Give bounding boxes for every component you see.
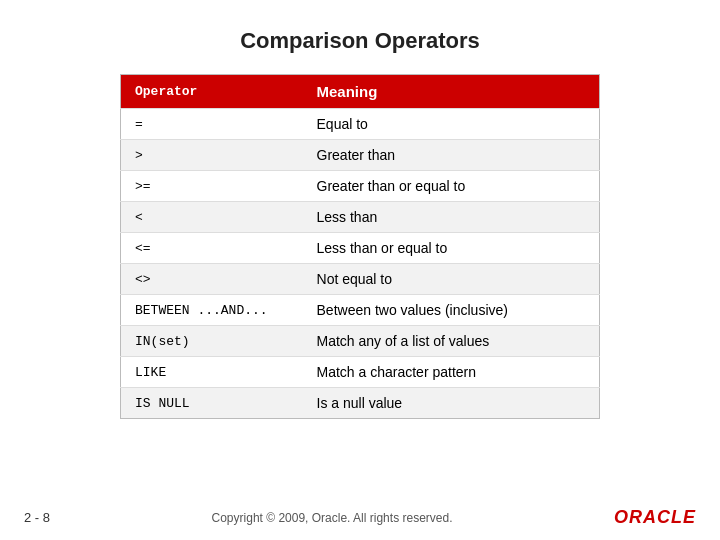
meaning-cell: Greater than — [303, 140, 600, 171]
meaning-cell: Not equal to — [303, 264, 600, 295]
oracle-logo-text: ORACLE — [614, 507, 696, 528]
oracle-logo: ORACLE — [614, 507, 696, 528]
page-number: 2 - 8 — [24, 510, 50, 525]
table-row: =Equal to — [121, 109, 600, 140]
table-row: BETWEEN ...AND...Between two values (inc… — [121, 295, 600, 326]
meaning-cell: Between two values (inclusive) — [303, 295, 600, 326]
table-row: LIKEMatch a character pattern — [121, 357, 600, 388]
operator-cell: LIKE — [121, 357, 303, 388]
meaning-cell: Less than — [303, 202, 600, 233]
meaning-cell: Is a null value — [303, 388, 600, 419]
footer: 2 - 8 Copyright © 2009, Oracle. All righ… — [0, 507, 720, 528]
meaning-cell: Match a character pattern — [303, 357, 600, 388]
table-row: <=Less than or equal to — [121, 233, 600, 264]
table-row: IS NULLIs a null value — [121, 388, 600, 419]
operator-header: Operator — [121, 75, 303, 109]
meaning-cell: Less than or equal to — [303, 233, 600, 264]
operator-cell: = — [121, 109, 303, 140]
table-row: IN(set)Match any of a list of values — [121, 326, 600, 357]
operator-cell: < — [121, 202, 303, 233]
copyright-text: Copyright © 2009, Oracle. All rights res… — [212, 511, 453, 525]
table-row: <>Not equal to — [121, 264, 600, 295]
page-title: Comparison Operators — [0, 0, 720, 74]
table-row: >=Greater than or equal to — [121, 171, 600, 202]
operator-cell: IN(set) — [121, 326, 303, 357]
operator-cell: IS NULL — [121, 388, 303, 419]
comparison-operators-table: Operator Meaning =Equal to>Greater than>… — [120, 74, 600, 419]
operator-cell: <= — [121, 233, 303, 264]
operator-cell: >= — [121, 171, 303, 202]
operator-cell: BETWEEN ...AND... — [121, 295, 303, 326]
table-row: >Greater than — [121, 140, 600, 171]
operator-cell: <> — [121, 264, 303, 295]
meaning-cell: Equal to — [303, 109, 600, 140]
meaning-cell: Match any of a list of values — [303, 326, 600, 357]
meaning-header: Meaning — [303, 75, 600, 109]
operator-cell: > — [121, 140, 303, 171]
table-row: <Less than — [121, 202, 600, 233]
table-header-row: Operator Meaning — [121, 75, 600, 109]
meaning-cell: Greater than or equal to — [303, 171, 600, 202]
